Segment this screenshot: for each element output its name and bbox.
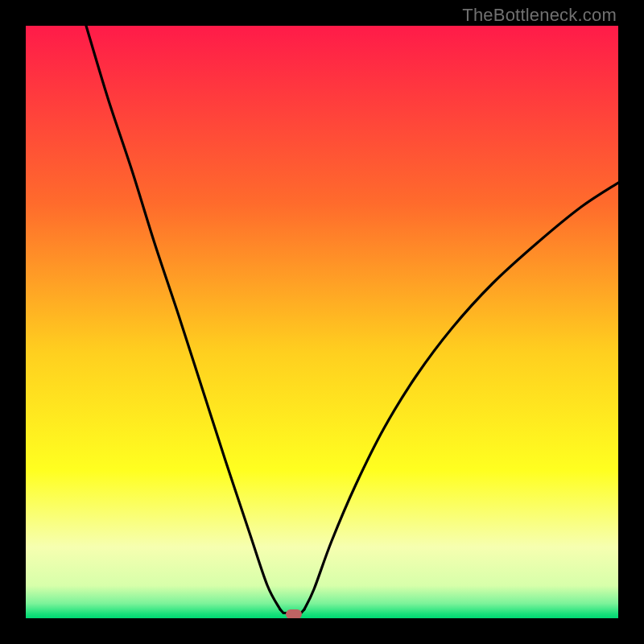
- minimum-marker: [286, 609, 302, 618]
- chart-container: TheBottleneck.com: [0, 0, 644, 644]
- watermark-text: TheBottleneck.com: [462, 5, 617, 26]
- right-curve: [304, 183, 618, 609]
- left-curve: [86, 26, 280, 609]
- curve-layer: [26, 26, 618, 618]
- plot-area: [26, 26, 618, 618]
